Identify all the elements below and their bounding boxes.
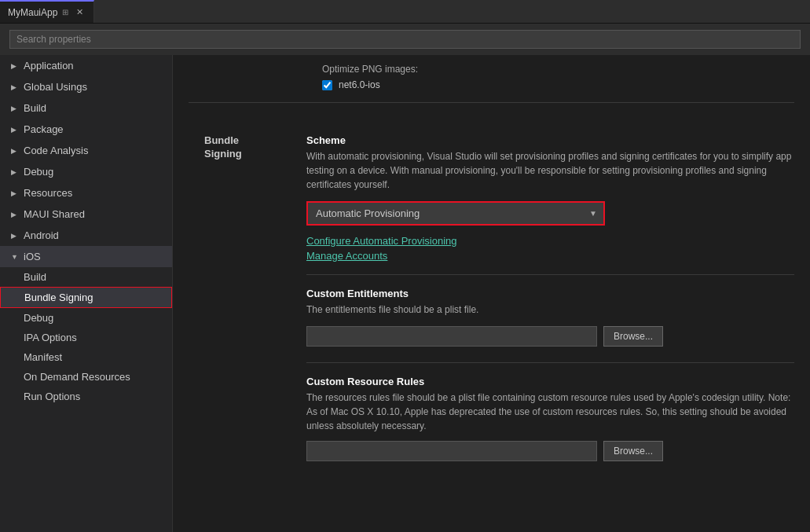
sidebar-item-resources[interactable]: ▶ Resources bbox=[0, 182, 172, 204]
net6-ios-checkbox[interactable] bbox=[322, 80, 332, 90]
arrow-icon: ▶ bbox=[11, 83, 19, 91]
top-section: Optimize PNG images: net6.0-ios bbox=[189, 55, 794, 103]
arrow-icon: ▼ bbox=[11, 253, 19, 261]
sidebar-subitem-label: IPA Options bbox=[24, 332, 77, 343]
sidebar-item-label: Android bbox=[24, 229, 59, 241]
sidebar: ▶ Application ▶ Global Usings ▶ Build ▶ … bbox=[0, 55, 173, 532]
sidebar-item-package[interactable]: ▶ Package bbox=[0, 119, 172, 140]
sidebar-item-maui-shared[interactable]: ▶ MAUI Shared bbox=[0, 204, 172, 225]
provisioning-dropdown-wrapper: Automatic Provisioning Manual Provisioni… bbox=[306, 201, 605, 226]
sidebar-subitem-label: Manifest bbox=[24, 351, 62, 363]
sidebar-item-ios[interactable]: ▼ iOS bbox=[0, 246, 172, 267]
sidebar-subitem-label: On Demand Resources bbox=[24, 371, 130, 383]
entitlements-input-row: Browse... bbox=[306, 326, 794, 347]
custom-entitlements-desc: The entitlements file should be a plist … bbox=[306, 303, 794, 317]
sidebar-item-code-analysis[interactable]: ▶ Code Analysis bbox=[0, 140, 172, 161]
configure-auto-provisioning-link[interactable]: Configure Automatic Provisioning bbox=[306, 235, 794, 247]
tab-bar: MyMauiApp ⊞ ✕ bbox=[0, 0, 810, 24]
resource-rules-browse-button[interactable]: Browse... bbox=[603, 441, 663, 461]
sidebar-item-label: MAUI Shared bbox=[24, 208, 85, 220]
tab-title: MyMauiApp bbox=[8, 7, 57, 18]
resource-rules-input[interactable] bbox=[306, 441, 597, 461]
close-icon[interactable]: ✕ bbox=[76, 7, 83, 17]
sidebar-subitem-ios-on-demand[interactable]: On Demand Resources bbox=[0, 367, 172, 387]
dropdown-arrow-icon: ▼ bbox=[583, 209, 603, 218]
arrow-icon: ▶ bbox=[11, 189, 19, 197]
checkbox-label: net6.0-ios bbox=[339, 79, 380, 90]
sidebar-item-label: Application bbox=[24, 60, 74, 72]
sidebar-subitem-label: Build bbox=[24, 271, 46, 283]
content-body: Optimize PNG images: net6.0-ios Bundle S… bbox=[173, 55, 810, 532]
custom-entitlements-section: Custom Entitlements The entitlements fil… bbox=[306, 288, 794, 347]
sidebar-item-label: Global Usings bbox=[24, 81, 87, 93]
sidebar-item-android[interactable]: ▶ Android bbox=[0, 225, 172, 246]
bundle-signing-fields: Scheme With automatic provisioning, Visu… bbox=[306, 119, 794, 477]
divider-2 bbox=[306, 362, 794, 363]
custom-resource-rules-section: Custom Resource Rules The resources rule… bbox=[306, 376, 794, 461]
sidebar-subitem-label: Bundle Signing bbox=[24, 292, 93, 303]
content-area: Optimize PNG images: net6.0-ios Bundle S… bbox=[173, 55, 810, 532]
sidebar-subitem-ios-ipa-options[interactable]: IPA Options bbox=[0, 328, 172, 347]
sidebar-item-build[interactable]: ▶ Build bbox=[0, 97, 172, 119]
custom-resource-rules-label: Custom Resource Rules bbox=[306, 376, 794, 387]
entitlements-browse-button[interactable]: Browse... bbox=[603, 326, 663, 347]
search-input[interactable] bbox=[9, 30, 801, 49]
divider-1 bbox=[306, 274, 794, 275]
arrow-icon: ▶ bbox=[11, 62, 19, 70]
sidebar-item-label: iOS bbox=[24, 251, 41, 262]
sidebar-item-label: Build bbox=[24, 102, 46, 114]
search-bar bbox=[0, 24, 810, 55]
sidebar-subitem-label: Run Options bbox=[24, 391, 80, 402]
entitlements-input[interactable] bbox=[306, 326, 597, 347]
arrow-icon: ▶ bbox=[11, 126, 19, 134]
arrow-icon: ▶ bbox=[11, 147, 19, 155]
arrow-icon: ▶ bbox=[11, 232, 19, 240]
sidebar-item-debug[interactable]: ▶ Debug bbox=[0, 161, 172, 182]
file-tab[interactable]: MyMauiApp ⊞ ✕ bbox=[0, 0, 94, 23]
sidebar-subitem-label: Debug bbox=[24, 312, 53, 324]
arrow-icon: ▶ bbox=[11, 105, 19, 112]
bundle-signing-label: Bundle Signing bbox=[189, 119, 306, 477]
arrow-icon: ▶ bbox=[11, 211, 19, 218]
sidebar-subitem-ios-debug[interactable]: Debug bbox=[0, 308, 172, 328]
scheme-desc: With automatic provisioning, Visual Stud… bbox=[306, 149, 794, 192]
custom-resource-rules-desc: The resources rules file should be a pli… bbox=[306, 391, 794, 433]
scheme-label: Scheme bbox=[306, 134, 794, 146]
provisioning-dropdown[interactable]: Automatic Provisioning Manual Provisioni… bbox=[308, 203, 583, 224]
sidebar-subitem-ios-build[interactable]: Build bbox=[0, 267, 172, 287]
sidebar-item-label: Debug bbox=[24, 166, 53, 178]
custom-entitlements-label: Custom Entitlements bbox=[306, 288, 794, 299]
arrow-icon: ▶ bbox=[11, 168, 19, 176]
main-layout: ▶ Application ▶ Global Usings ▶ Build ▶ … bbox=[0, 55, 810, 532]
sidebar-subitem-ios-manifest[interactable]: Manifest bbox=[0, 347, 172, 367]
sidebar-item-application[interactable]: ▶ Application bbox=[0, 55, 172, 76]
pin-icon[interactable]: ⊞ bbox=[62, 8, 68, 17]
sidebar-item-label: Code Analysis bbox=[24, 145, 88, 156]
manage-accounts-link[interactable]: Manage Accounts bbox=[306, 250, 794, 262]
sidebar-subitem-ios-run-options[interactable]: Run Options bbox=[0, 387, 172, 406]
bundle-signing-section: Bundle Signing Scheme With automatic pro… bbox=[189, 119, 794, 493]
section-label-text: Bundle Signing bbox=[204, 134, 242, 160]
sidebar-subitem-ios-bundle-signing[interactable]: Bundle Signing bbox=[0, 287, 172, 308]
checkbox-row: net6.0-ios bbox=[322, 79, 794, 90]
optimize-png-label: Optimize PNG images: bbox=[322, 64, 418, 75]
sidebar-item-label: Resources bbox=[24, 187, 72, 199]
resource-rules-input-row: Browse... bbox=[306, 441, 794, 461]
sidebar-item-global-usings[interactable]: ▶ Global Usings bbox=[0, 76, 172, 97]
sidebar-item-label: Package bbox=[24, 123, 64, 135]
